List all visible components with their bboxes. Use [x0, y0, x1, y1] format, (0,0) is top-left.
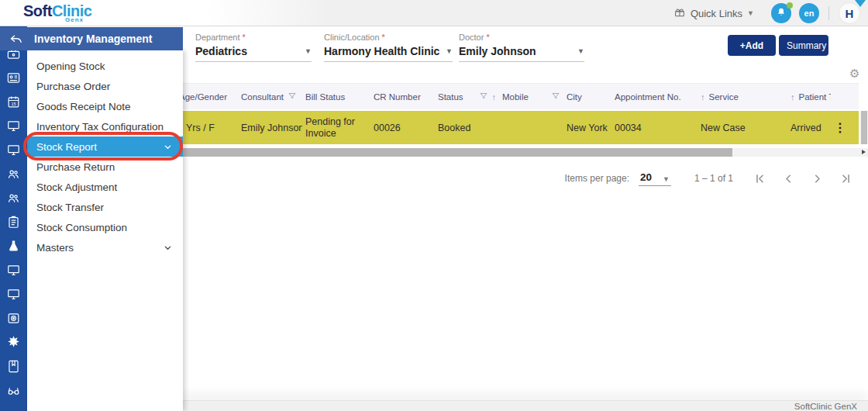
filter-funnel-icon[interactable] [551, 92, 560, 102]
chevron-down-icon: ▼ [663, 175, 670, 183]
department-label: Department [195, 33, 239, 42]
quick-links-label: Quick Links [691, 8, 742, 19]
menu-item-purchase-return[interactable]: Purchase Return [27, 157, 183, 177]
clinic-location-value: Harmony Health Clinic [324, 45, 439, 57]
back-arrow-icon[interactable] [9, 32, 23, 47]
table-vertical-scrollbar[interactable] [859, 111, 868, 144]
next-page-icon[interactable] [811, 172, 824, 185]
menu-item-inventory-tax-configuration[interactable]: Inventory Tax Configuration [27, 116, 183, 136]
filter-funnel-icon[interactable] [288, 92, 297, 102]
menu-item-stock-transfer[interactable]: Stock Transfer [27, 197, 183, 217]
menu-item-stock-consumption[interactable]: Stock Consumption [27, 217, 183, 237]
appointments-table-header: Age/Gender Consultant Bill Status CR Num… [183, 83, 859, 109]
column-cr-number[interactable]: CR Number [367, 92, 432, 102]
notification-status-dot [787, 2, 793, 9]
required-asterisk: * [382, 33, 385, 42]
svg-text:15: 15 [11, 102, 16, 106]
scroll-right-arrow-icon[interactable] [862, 150, 866, 154]
softclinic-app-window: SoftClinic Genx Quick Links ▼ [0, 0, 868, 411]
add-button[interactable]: +Add [728, 35, 776, 56]
sort-arrow-icon[interactable]: ↑ [790, 92, 795, 102]
notifications-button[interactable] [771, 3, 791, 23]
chevron-down-icon: ▼ [747, 9, 754, 17]
camera-icon[interactable] [6, 311, 21, 326]
footer-brand-label: SoftClinic GenX [794, 402, 857, 411]
quick-links-menu[interactable]: Quick Links ▼ [673, 6, 754, 21]
menu-item-stock-adjustment[interactable]: Stock Adjustment [27, 177, 183, 197]
column-consultant[interactable]: Consultant [238, 92, 302, 102]
row-kebab-menu-icon[interactable]: ⋮ [834, 121, 846, 134]
module-header: Inventory Management [0, 27, 183, 50]
menu-item-masters[interactable]: Masters [27, 237, 183, 257]
doctor-select[interactable]: Doctor * Emily Johnson▼ [459, 33, 584, 62]
flask-icon[interactable] [6, 239, 21, 254]
age-gender-cell: Yrs / F [183, 123, 238, 133]
vertical-scrollbar-thumb[interactable] [861, 111, 867, 144]
column-appointment-no[interactable]: Appointment No. [610, 92, 698, 102]
column-bill-status[interactable]: Bill Status [302, 92, 367, 102]
status-cell: Booked [432, 123, 496, 133]
column-city[interactable]: City [560, 92, 610, 102]
corner-accent-triangle [855, 0, 866, 7]
items-per-page-label: Items per page: [565, 173, 629, 184]
required-asterisk: * [243, 33, 246, 42]
column-service[interactable]: ↑ Service [698, 92, 786, 102]
items-per-page-select[interactable]: 20 ▼ [639, 171, 671, 186]
patient-type-cell: Arrived [786, 123, 831, 133]
sidebar-rail: 15 [0, 26, 27, 411]
desktop-icon[interactable] [6, 287, 21, 302]
service-cell: New Case [698, 123, 786, 133]
patient-card-icon[interactable] [6, 71, 21, 85]
glasses-icon[interactable] [6, 383, 21, 398]
desktop-icon[interactable] [6, 119, 21, 133]
topbar-right-cluster: Quick Links ▼ en H [673, 0, 860, 26]
appointment-row[interactable]: Yrs / F Emily Johnson Pending for Invoic… [183, 111, 859, 144]
department-select[interactable]: Department * Pediatrics▼ [195, 33, 312, 62]
users-icon[interactable] [6, 191, 21, 206]
chevron-down-icon: ▼ [577, 47, 584, 55]
gift-icon [673, 6, 686, 21]
summary-button[interactable]: Summary [779, 35, 828, 56]
top-bar: SoftClinic Genx Quick Links ▼ [0, 0, 868, 26]
filter-funnel-icon[interactable] [479, 92, 488, 102]
menu-item-goods-receipt-note[interactable]: Goods Receipt Note [27, 96, 183, 116]
doctor-value: Emily Johnson [459, 45, 536, 57]
bell-icon [776, 7, 787, 19]
consultant-cell: Emily Johnson [238, 123, 302, 133]
gear-icon[interactable]: ⚙ [849, 67, 859, 81]
column-age-gender[interactable]: Age/Gender [183, 92, 238, 102]
menu-item-stock-report[interactable]: Stock Report [27, 136, 183, 157]
table-horizontal-scrollbar[interactable] [183, 148, 868, 157]
menu-item-opening-stock[interactable]: Opening Stock [27, 56, 183, 76]
language-button[interactable]: en [799, 3, 819, 23]
module-title: Inventory Management [34, 33, 152, 45]
city-cell: New York [560, 123, 610, 133]
footer-bar: SoftClinic GenX [183, 400, 868, 411]
last-page-icon[interactable] [839, 172, 852, 185]
column-mobile[interactable]: Mobile [496, 92, 560, 102]
settings-icon[interactable] [6, 335, 21, 350]
calendar-icon[interactable]: 15 [6, 95, 21, 109]
inventory-menu-panel: Opening Stock Purchase Order Goods Recei… [27, 50, 183, 411]
first-page-icon[interactable] [753, 172, 766, 185]
pagination-controls [753, 172, 852, 185]
desktop-icon[interactable] [6, 263, 21, 278]
paginator: Items per page: 20 ▼ 1 – 1 of 1 [565, 166, 852, 191]
sort-arrow-icon[interactable]: ↑ [701, 92, 705, 102]
topbar-divider [828, 6, 829, 20]
required-asterisk: * [486, 33, 489, 42]
clipboard-icon[interactable] [6, 215, 21, 230]
book-icon[interactable] [6, 359, 21, 374]
department-value: Pediatrics [195, 45, 247, 57]
logo-text-soft: Soft [23, 2, 52, 19]
menu-item-purchase-order[interactable]: Purchase Order [27, 76, 183, 96]
desktop-icon[interactable] [6, 143, 21, 157]
doctor-label: Doctor [459, 33, 484, 42]
previous-page-icon[interactable] [782, 172, 795, 185]
column-status[interactable]: Status ↑ [432, 92, 496, 102]
users-icon[interactable] [6, 167, 21, 181]
column-patient-type[interactable]: ↑ Patient Type [786, 92, 831, 102]
clinic-location-select[interactable]: Clinic/Location * Harmony Health Clinic▼ [324, 33, 453, 62]
clinic-location-label: Clinic/Location [324, 33, 380, 42]
horizontal-scrollbar-thumb[interactable] [183, 148, 732, 157]
